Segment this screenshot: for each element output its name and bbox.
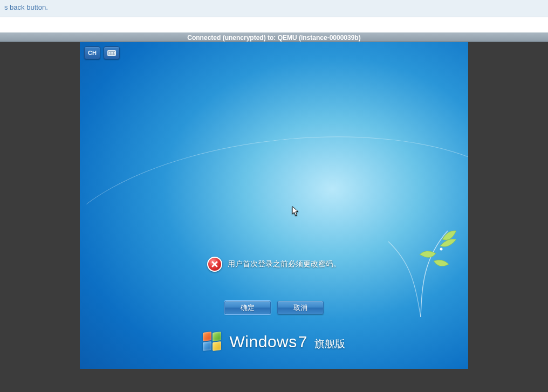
error-icon <box>207 257 222 272</box>
keyboard-icon <box>107 50 116 56</box>
mouse-cursor-icon <box>292 206 299 217</box>
vnc-viewport: CH 用户首次登录之前必须更改密码。 确定 取消 <box>0 42 548 392</box>
cancel-button[interactable]: 取消 <box>277 301 324 314</box>
cancel-label: 取消 <box>293 303 307 313</box>
guest-screen[interactable]: CH 用户首次登录之前必须更改密码。 确定 取消 <box>80 42 468 369</box>
svg-point-0 <box>440 248 443 251</box>
host-page-notice-bar: s back button. <box>0 0 548 17</box>
brand-version: 7 <box>298 333 307 351</box>
spacer <box>0 17 548 32</box>
login-message-row: 用户首次登录之前必须更改密码。 <box>80 257 468 272</box>
vnc-overlay-toolbar: CH <box>84 46 120 59</box>
brand-edition: 旗舰版 <box>314 337 345 351</box>
vnc-status-text: Connected (unencrypted) to: QEMU (instan… <box>187 34 360 42</box>
login-message-text: 用户首次登录之前必须更改密码。 <box>228 259 341 269</box>
login-button-row: 确定 取消 <box>80 301 468 314</box>
lang-label: CH <box>88 50 97 56</box>
brand-name: Windows <box>230 333 297 351</box>
send-keys-button[interactable] <box>104 46 120 59</box>
vnc-status-bar: Connected (unencrypted) to: QEMU (instan… <box>0 32 548 42</box>
ctrl-alt-del-button[interactable]: CH <box>84 46 100 59</box>
windows-logo-icon <box>203 332 222 352</box>
windows-brand: Windows 7 旗舰版 <box>80 332 468 352</box>
ok-label: 确定 <box>241 303 255 313</box>
ok-button[interactable]: 确定 <box>224 301 271 314</box>
back-button-text-fragment: s back button. <box>4 3 48 11</box>
